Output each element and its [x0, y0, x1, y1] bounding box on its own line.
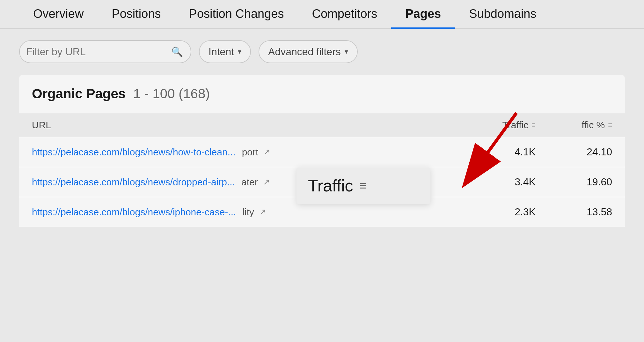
tab-overview[interactable]: Overview — [19, 0, 98, 29]
traffic-pct-cell-3: 13.58 — [536, 206, 612, 218]
url-filter-input[interactable] — [26, 46, 170, 58]
external-link-icon-2[interactable]: ↗ — [263, 177, 270, 187]
traffic-column-highlight: Traffic ≡ — [296, 167, 430, 204]
url-link-2[interactable]: https://pelacase.com/blogs/news/dropped-… — [32, 177, 235, 188]
table-row: https://pelacase.com/blogs/news/how-to-c… — [19, 137, 625, 167]
col-header-traffic[interactable]: Traffic ≡ — [446, 120, 536, 130]
table-header: URL Traffic ≡ ffic % ≡ — [19, 113, 625, 137]
url-link-3[interactable]: https://pelacase.com/blogs/news/iphone-c… — [32, 207, 236, 218]
traffic-pct-sort-icon: ≡ — [608, 122, 612, 129]
url-filter-wrapper: 🔍 — [19, 40, 191, 63]
tab-subdomains[interactable]: Subdomains — [455, 0, 550, 29]
url-suffix-2: ater — [241, 177, 258, 188]
col-traffic-label: Traffic — [502, 120, 528, 130]
traffic-cell-1: 4.1K — [446, 146, 536, 158]
intent-chevron-icon: ▾ — [238, 48, 241, 56]
col-header-url: URL — [32, 120, 446, 130]
advanced-filters-chevron-icon: ▾ — [345, 48, 348, 56]
advanced-filters-dropdown[interactable]: Advanced filters ▾ — [259, 40, 358, 63]
filter-bar: 🔍 Intent ▾ Advanced filters ▾ — [0, 29, 644, 75]
main-content: Organic Pages 1 - 100 (168) URL Traffic … — [0, 75, 644, 227]
col-traffic-pct-label: ffic % — [582, 120, 605, 130]
organic-pages-card: Organic Pages 1 - 100 (168) URL Traffic … — [19, 75, 625, 227]
traffic-highlight-sort-icon: ≡ — [360, 179, 367, 193]
pages-title-bold: Organic Pages — [32, 86, 126, 101]
url-suffix-3: lity — [242, 207, 254, 218]
top-navigation: Overview Positions Position Changes Comp… — [0, 0, 644, 29]
pages-title-range: 1 - 100 (168) — [133, 86, 210, 101]
col-header-traffic-pct[interactable]: ffic % ≡ — [536, 120, 612, 130]
url-cell-3: https://pelacase.com/blogs/news/iphone-c… — [32, 207, 446, 218]
traffic-cell-2: 3.4K — [446, 176, 536, 188]
external-link-icon-1[interactable]: ↗ — [263, 147, 270, 157]
url-suffix-1: port — [242, 147, 259, 158]
intent-label: Intent — [209, 46, 234, 58]
traffic-highlight-label: Traffic — [308, 176, 353, 195]
traffic-cell-3: 2.3K — [446, 206, 536, 218]
external-link-icon-3[interactable]: ↗ — [259, 207, 266, 217]
url-link-1[interactable]: https://pelacase.com/blogs/news/how-to-c… — [32, 147, 236, 158]
tab-pages[interactable]: Pages — [391, 0, 455, 29]
traffic-pct-cell-1: 24.10 — [536, 146, 612, 158]
tab-competitors[interactable]: Competitors — [298, 0, 391, 29]
traffic-pct-cell-2: 19.60 — [536, 176, 612, 188]
intent-dropdown[interactable]: Intent ▾ — [199, 40, 251, 63]
pages-title: Organic Pages 1 - 100 (168) — [32, 86, 210, 101]
traffic-sort-icon: ≡ — [531, 122, 536, 129]
pages-card-header: Organic Pages 1 - 100 (168) — [19, 75, 625, 113]
col-url-label: URL — [32, 120, 51, 130]
search-button[interactable]: 🔍 — [170, 45, 184, 59]
advanced-filters-label: Advanced filters — [268, 46, 341, 58]
search-icon: 🔍 — [171, 46, 183, 57]
tab-position-changes[interactable]: Position Changes — [175, 0, 298, 29]
tab-positions[interactable]: Positions — [98, 0, 175, 29]
url-cell-1: https://pelacase.com/blogs/news/how-to-c… — [32, 147, 446, 158]
